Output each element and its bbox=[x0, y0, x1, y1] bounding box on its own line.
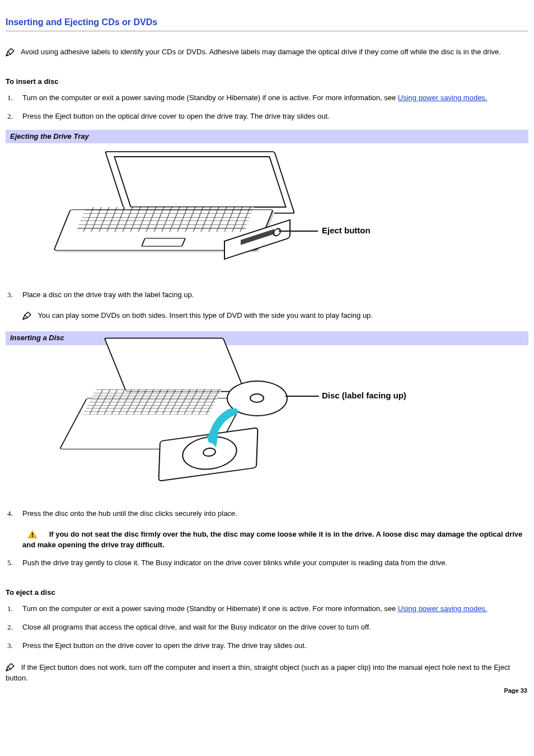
eject-end-note-text: If the Eject button does not work, turn … bbox=[6, 663, 510, 682]
insert-step-3-text: Place a disc on the drive tray with the … bbox=[22, 290, 194, 299]
insert-steps: Turn on the computer or exit a power sav… bbox=[15, 93, 528, 122]
disc-label: Disc (label facing up) bbox=[322, 391, 406, 400]
power-modes-link[interactable]: Using power saving modes. bbox=[398, 93, 488, 102]
page-title: Inserting and Ejecting CDs or DVDs bbox=[6, 16, 528, 29]
eject-step-1-text: Turn on the computer or exit a power sav… bbox=[22, 604, 398, 613]
eject-step-2: Close all programs that access the optic… bbox=[15, 622, 528, 633]
figure-eject-tray: Eject button bbox=[6, 143, 528, 290]
power-modes-link-2[interactable]: Using power saving modes. bbox=[398, 604, 488, 613]
step4-warning-text: If you do not seat the disc firmly over … bbox=[22, 530, 522, 549]
intro-note: Avoid using adhesive labels to identify … bbox=[6, 47, 528, 58]
insert-arrow-icon bbox=[206, 408, 245, 453]
insert-step-2: Press the Eject button on the optical dr… bbox=[15, 111, 528, 122]
step4-warning: If you do not seat the disc firmly over … bbox=[22, 529, 528, 551]
pencil-note-icon bbox=[6, 663, 17, 672]
eject-heading: To eject a disc bbox=[6, 588, 528, 598]
callout-insert-disc: Inserting a Disc bbox=[6, 331, 528, 345]
warning-icon bbox=[28, 530, 37, 538]
insert-steps-cont: Place a disc on the drive tray with the … bbox=[15, 290, 528, 321]
insert-step-4: Press the disc onto the hub until the di… bbox=[15, 509, 528, 551]
svg-rect-1 bbox=[32, 537, 33, 538]
insert-step-1: Turn on the computer or exit a power sav… bbox=[15, 93, 528, 104]
eject-button-label: Eject button bbox=[322, 226, 371, 235]
intro-note-text: Avoid using adhesive labels to identify … bbox=[21, 48, 501, 56]
callout-eject-tray: Ejecting the Drive Tray bbox=[6, 130, 528, 144]
laptop-illustration-1: Eject button bbox=[50, 148, 397, 276]
pencil-note-icon bbox=[22, 312, 34, 321]
eject-step-3: Press the Eject button on the drive cove… bbox=[15, 641, 528, 651]
insert-step-1-text: Turn on the computer or exit a power sav… bbox=[22, 93, 398, 102]
page-number: Page 33 bbox=[504, 687, 527, 696]
eject-end-note: If the Eject button does not work, turn … bbox=[6, 663, 528, 684]
figure-insert-disc: Disc (label facing up) bbox=[6, 345, 528, 509]
title-rule bbox=[6, 31, 528, 31]
eject-steps: Turn on the computer or exit a power sav… bbox=[15, 604, 528, 651]
insert-heading: To insert a disc bbox=[6, 77, 528, 87]
step3-note-text: You can play some DVDs on both sides. In… bbox=[38, 311, 373, 320]
pencil-note-icon bbox=[6, 48, 17, 57]
insert-step-4-text: Press the disc onto the hub until the di… bbox=[22, 509, 237, 518]
insert-steps-cont2: Press the disc onto the hub until the di… bbox=[15, 509, 528, 569]
insert-step-5: Push the drive tray gently to close it. … bbox=[15, 558, 528, 569]
eject-step-1: Turn on the computer or exit a power sav… bbox=[15, 604, 528, 614]
laptop-illustration-2: Disc (label facing up) bbox=[73, 350, 431, 495]
insert-step-3: Place a disc on the drive tray with the … bbox=[15, 290, 528, 321]
svg-rect-0 bbox=[32, 533, 33, 536]
step3-note: You can play some DVDs on both sides. In… bbox=[22, 311, 528, 321]
